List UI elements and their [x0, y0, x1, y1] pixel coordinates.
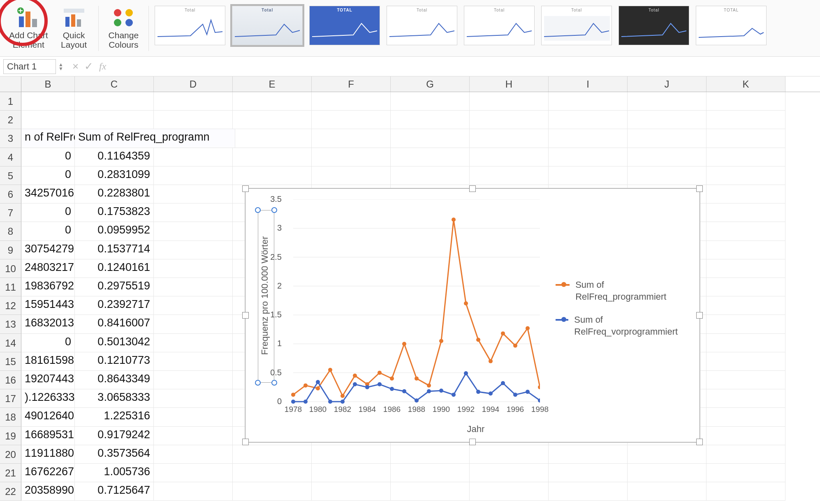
chart-style-5[interactable]: Total: [464, 6, 535, 45]
cell[interactable]: 167622675: [21, 464, 75, 482]
cell[interactable]: [233, 464, 312, 482]
row-header[interactable]: 22: [0, 482, 21, 501]
column-header[interactable]: J: [628, 76, 706, 92]
resize-handle[interactable]: [696, 439, 703, 445]
cell[interactable]: 0.1537714: [75, 241, 154, 259]
cell[interactable]: [706, 166, 785, 185]
name-box-stepper[interactable]: ▲▼: [58, 62, 63, 71]
x-axis-title[interactable]: Jahr: [328, 424, 624, 435]
column-header[interactable]: H: [470, 76, 549, 92]
cell-header-B3[interactable]: n of RelFrec: [21, 129, 75, 148]
cell[interactable]: [549, 482, 628, 501]
row-header[interactable]: 17: [0, 389, 21, 408]
y-axis-title[interactable]: Frequenz pro 100.000 Wörter: [259, 209, 270, 382]
cell[interactable]: [312, 92, 391, 111]
cell[interactable]: [233, 148, 312, 166]
row-header[interactable]: 16: [0, 371, 21, 389]
cell[interactable]: 119118807: [21, 445, 75, 464]
cell[interactable]: [21, 111, 75, 129]
column-header[interactable]: B: [21, 76, 75, 92]
cell[interactable]: 0: [21, 334, 75, 352]
cell[interactable]: [312, 445, 391, 464]
cell[interactable]: [233, 482, 312, 501]
cell[interactable]: [470, 482, 549, 501]
column-header[interactable]: F: [312, 76, 391, 92]
row-header[interactable]: 21: [0, 464, 21, 482]
cell[interactable]: [154, 445, 233, 464]
cell[interactable]: 248032175: [21, 259, 75, 278]
cell[interactable]: 0: [21, 222, 75, 240]
row-header[interactable]: 15: [0, 352, 21, 371]
cell[interactable]: [549, 129, 628, 148]
cell[interactable]: [391, 464, 470, 482]
chart-style-8[interactable]: TOTAL: [696, 6, 767, 45]
name-box[interactable]: Chart 1: [3, 59, 56, 74]
cell[interactable]: [549, 464, 628, 482]
cell[interactable]: [312, 111, 391, 129]
cell[interactable]: [154, 482, 233, 501]
cell[interactable]: [470, 111, 549, 129]
quick-layout-button[interactable]: Quick Layout: [56, 4, 93, 53]
chart-style-7[interactable]: Total: [618, 6, 689, 45]
row-header[interactable]: 11: [0, 278, 21, 296]
column-header[interactable]: G: [391, 76, 470, 92]
row-header[interactable]: 20: [0, 445, 21, 464]
cell[interactable]: [154, 464, 233, 482]
cell[interactable]: 0.1753823: [75, 203, 154, 222]
confirm-edit-icon[interactable]: ✓: [84, 60, 93, 73]
cell[interactable]: [706, 371, 785, 389]
row-header[interactable]: 13: [0, 315, 21, 333]
cell[interactable]: [391, 482, 470, 501]
cell[interactable]: [154, 408, 233, 426]
cell[interactable]: [312, 129, 391, 148]
cell[interactable]: [706, 464, 785, 482]
cell[interactable]: [628, 464, 706, 482]
cell[interactable]: [628, 148, 706, 166]
worksheet[interactable]: B C D E F G H I J K 12345678910111213141…: [0, 76, 820, 504]
selection-handle[interactable]: [271, 207, 277, 213]
cell[interactable]: [391, 111, 470, 129]
resize-handle[interactable]: [696, 312, 703, 319]
chart-style-2[interactable]: Total: [232, 6, 303, 45]
cell[interactable]: [628, 129, 706, 148]
cell[interactable]: 203589901: [21, 482, 75, 501]
cell[interactable]: [470, 464, 549, 482]
cell[interactable]: 342570167: [21, 185, 75, 203]
cell[interactable]: [154, 222, 233, 240]
row-header[interactable]: 6: [0, 185, 21, 203]
cell[interactable]: [628, 482, 706, 501]
cell[interactable]: 0.1164359: [75, 148, 154, 166]
cell[interactable]: 0.2975519: [75, 278, 154, 296]
cell[interactable]: [233, 111, 312, 129]
cell[interactable]: [706, 334, 785, 352]
cell[interactable]: [233, 166, 312, 185]
cell[interactable]: 0: [21, 203, 75, 222]
cell[interactable]: [470, 129, 549, 148]
cell[interactable]: [706, 185, 785, 203]
column-header[interactable]: D: [154, 76, 233, 92]
cell[interactable]: [549, 111, 628, 129]
row-header[interactable]: 12: [0, 296, 21, 315]
embedded-chart[interactable]: Frequenz pro 100.000 Wörter 00.511.522.5…: [245, 188, 700, 442]
cell[interactable]: [154, 259, 233, 278]
cell[interactable]: 1.005736: [75, 464, 154, 482]
cell[interactable]: [154, 427, 233, 445]
cell[interactable]: [706, 315, 785, 333]
cell[interactable]: [154, 203, 233, 222]
cell[interactable]: 168320131: [21, 315, 75, 333]
cell[interactable]: 1.225316: [75, 408, 154, 426]
cell[interactable]: 0.3573564: [75, 445, 154, 464]
cell[interactable]: [391, 148, 470, 166]
cell[interactable]: [154, 334, 233, 352]
row-header[interactable]: 19: [0, 427, 21, 445]
cell[interactable]: [312, 464, 391, 482]
row-header[interactable]: 7: [0, 203, 21, 222]
cell[interactable]: 166895313: [21, 427, 75, 445]
cell[interactable]: [75, 92, 154, 111]
cell[interactable]: [233, 92, 312, 111]
resize-handle[interactable]: [469, 439, 476, 445]
cell[interactable]: [706, 241, 785, 259]
fx-icon[interactable]: fx: [99, 61, 106, 72]
row-header[interactable]: 10: [0, 259, 21, 278]
row-header[interactable]: 8: [0, 222, 21, 240]
